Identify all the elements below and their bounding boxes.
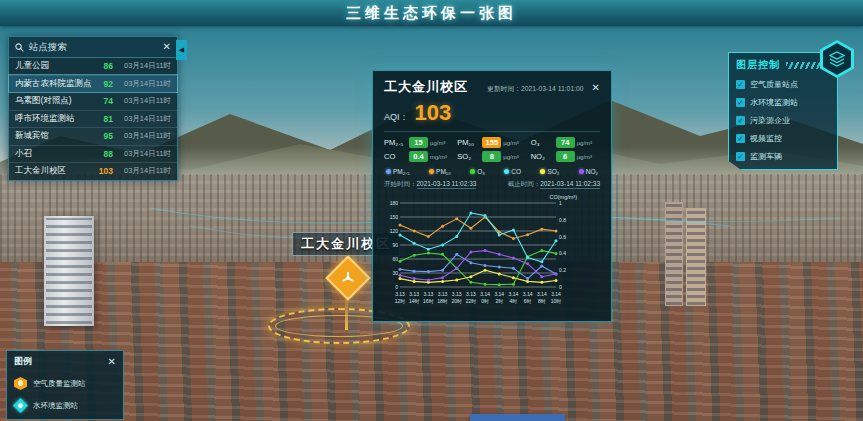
svg-text:0: 0 [395,284,398,290]
layer-panel-title: 图层控制 [736,58,780,72]
layer-label: 空气质量站点 [750,79,798,90]
layer-label: 监测车辆 [750,151,782,162]
svg-text:90: 90 [392,242,398,248]
svg-text:150: 150 [390,214,399,220]
aqi-value: 103 [415,100,452,126]
station-update-time: 03月14日11时 [113,79,171,89]
legend-label: 空气质量监测站 [33,379,86,389]
series-color-dot [429,169,434,174]
update-time-label: 更新时间： [487,85,521,92]
station-name: 工大金川校区 [15,165,91,177]
pollutant-value-badge: 8 [482,151,501,162]
air-station-marker-icon [14,377,27,390]
series-color-dot [579,169,584,174]
layer-item[interactable]: ✓水环境监测站 [736,97,830,108]
legend-panel-close-icon[interactable]: ✕ [108,357,116,367]
start-time-value[interactable]: 2021-03-13 11:02:33 [417,180,477,189]
series-legend-item[interactable]: O₃ [470,168,485,175]
pollutant-name: SO₂ [457,152,482,161]
series-color-dot [540,169,545,174]
station-search-panel: 站点搜索 ✕ 儿童公园8603月14日11时内蒙古农科院监测点9203月14日1… [8,36,178,181]
pollutant-unit: µg/m³ [430,140,445,146]
legend-item: 水环境监测站 [14,399,116,412]
layer-label: 污染源企业 [750,115,790,126]
station-aqi: 92 [91,79,113,89]
station-panel-header: 站点搜索 ✕ [9,37,177,58]
station-list: 儿童公园8603月14日11时内蒙古农科院监测点9203月14日11时乌素图(对… [9,58,177,180]
layer-checkbox[interactable]: ✓ [736,80,745,89]
legend-label: 水环境监测站 [33,401,78,411]
svg-text:3.1320时: 3.1320时 [451,291,462,304]
series-legend-item[interactable]: SO₂ [540,168,559,175]
pollutant-name: PM₁₀ [457,138,482,147]
series-color-dot [504,169,509,174]
station-row[interactable]: 乌素图(对照点)7403月14日11时 [9,92,177,110]
end-time-value[interactable]: 2021-03-14 11:02:33 [540,180,600,189]
station-row[interactable]: 呼市环境监测站8103月14日11时 [9,110,177,128]
station-name: 新城宾馆 [15,130,91,142]
station-row[interactable]: 新城宾馆9503月14日11时 [9,127,177,145]
station-panel-close-icon[interactable]: ✕ [163,42,171,52]
svg-text:3.140时: 3.140时 [480,291,490,304]
series-color-dot [470,169,475,174]
layer-list: ✓空气质量站点✓水环境监测站✓污染源企业✓视频监控✓监测车辆 [736,79,830,162]
legend-item: 空气质量监测站 [14,377,116,390]
layer-item[interactable]: ✓空气质量站点 [736,79,830,90]
svg-text:3.1322时: 3.1322时 [466,291,477,304]
pollutant-cell: NO₂6µg/m³ [531,151,600,162]
popup-update-time: 更新时间：2021-03-14 11:01:00 [468,84,584,94]
svg-text:3.142时: 3.142时 [494,291,504,304]
pollutant-value-badge: 6 [556,151,575,162]
series-legend-item[interactable]: PM₁₀ [429,168,451,175]
svg-text:180: 180 [390,200,399,206]
layer-checkbox[interactable]: ✓ [736,116,745,125]
pollutant-cell: CO0.4mg/m³ [384,151,453,162]
svg-text:3.1312时: 3.1312时 [395,291,406,304]
svg-text:120: 120 [390,228,399,234]
pollutant-unit: mg/m³ [430,154,447,160]
station-update-time: 03月14日11时 [113,166,171,176]
svg-text:3.1318时: 3.1318时 [437,291,448,304]
series-label: NO₂ [586,168,598,175]
time-range-row: 开始时间：2021-03-13 11:02:33 截止时间：2021-03-14… [384,180,600,189]
layer-item[interactable]: ✓监测车辆 [736,151,830,162]
layer-item[interactable]: ✓视频监控 [736,133,830,144]
series-legend-item[interactable]: CO [504,168,521,175]
water-station-marker-icon [13,398,28,413]
station-aqi: 95 [91,131,113,141]
layer-item[interactable]: ✓污染源企业 [736,115,830,126]
pollutant-value-badge: 0.4 [409,151,428,162]
layer-checkbox[interactable]: ✓ [736,134,745,143]
svg-text:1: 1 [559,200,562,206]
series-label: PM₂.₅ [393,168,410,175]
layer-control-panel: 图层控制 ✓空气质量站点✓水环境监测站✓污染源企业✓视频监控✓监测车辆 [728,52,838,170]
station-row[interactable]: 工大金川校区10303月14日11时 [9,162,177,180]
station-detail-popup: 工大金川校区 更新时间：2021-03-14 11:01:00 ✕ AQI： 1… [372,70,612,322]
station-update-time: 03月14日11时 [113,131,171,141]
popup-title: 工大金川校区 [384,78,468,96]
pollutant-value-badge: 155 [482,137,501,148]
station-aqi: 88 [91,149,113,159]
pollutant-unit: µg/m³ [503,140,518,146]
series-label: O₃ [477,168,485,175]
layer-checkbox[interactable]: ✓ [736,98,745,107]
svg-text:CO(mg/m³): CO(mg/m³) [550,194,578,200]
sidebar-collapse-handle[interactable]: ◀ [176,40,187,60]
station-row[interactable]: 内蒙古农科院监测点9203月14日11时 [9,75,177,93]
layer-checkbox[interactable]: ✓ [736,152,745,161]
popup-close-icon[interactable]: ✕ [592,83,600,93]
pollutant-cell: O₃74µg/m³ [531,137,600,148]
legend-panel-title: 图例 [14,355,108,368]
pollutant-grid: PM₂.₅15µg/m³PM₁₀155µg/m³O₃74µg/m³CO0.4mg… [384,131,600,162]
series-legend-item[interactable]: NO₂ [579,168,598,175]
station-name: 乌素图(对照点) [15,95,91,107]
pollutant-trend-chart: CO(mg/m³)030609012015018000.20.40.60.813… [384,193,578,313]
station-row[interactable]: 小召8803月14日11时 [9,145,177,163]
series-legend-item[interactable]: PM₂.₅ [386,168,410,175]
svg-text:3.146时: 3.146时 [523,291,533,304]
pollutant-value-badge: 74 [556,137,575,148]
end-time-label: 截止时间： [508,180,541,187]
station-row[interactable]: 儿童公园8603月14日11时 [9,58,177,75]
end-time: 截止时间：2021-03-14 11:02:33 [508,180,600,189]
blue-roof-warehouse-1 [470,414,565,421]
